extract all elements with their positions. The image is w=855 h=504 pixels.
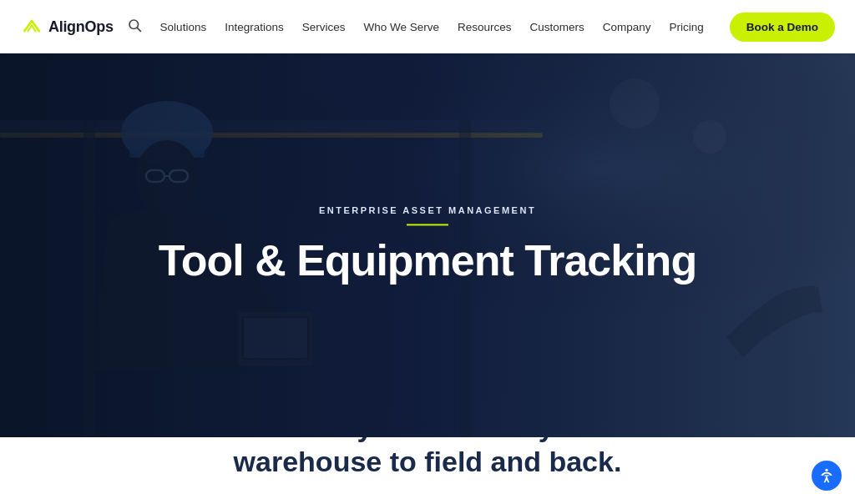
nav-services[interactable]: Services [294, 16, 354, 38]
nav-links: Solutions Integrations Services Who We S… [152, 16, 723, 38]
hero-title: Tool & Equipment Tracking [135, 237, 720, 285]
nav-solutions[interactable]: Solutions [152, 16, 215, 38]
search-icon [127, 18, 142, 33]
nav-who-we-serve[interactable]: Who We Serve [355, 16, 448, 38]
logo[interactable]: AlignOps [20, 15, 114, 38]
logo-icon [20, 15, 43, 38]
nav-resources[interactable]: Resources [449, 16, 520, 38]
nav-customers[interactable]: Customers [522, 16, 593, 38]
book-demo-button[interactable]: Book a Demo [730, 13, 835, 42]
nav-pricing[interactable]: Pricing [661, 16, 712, 38]
hero-section: ENTERPRISE ASSET MANAGEMENT Tool & Equip… [0, 53, 855, 437]
svg-line-1 [137, 28, 140, 31]
hero-eyebrow: ENTERPRISE ASSET MANAGEMENT [135, 205, 720, 215]
hero-content: ENTERPRISE ASSET MANAGEMENT Tool & Equip… [135, 205, 720, 285]
search-button[interactable] [120, 14, 149, 39]
svg-point-19 [825, 469, 827, 471]
hero-eyebrow-line [407, 224, 448, 225]
nav-integrations[interactable]: Integrations [216, 16, 292, 38]
accessibility-button[interactable] [812, 461, 842, 491]
accessibility-icon [818, 467, 835, 484]
navbar: AlignOps Solutions Integrations Services… [0, 0, 855, 53]
logo-text: AlignOps [48, 18, 114, 36]
nav-company[interactable]: Company [594, 16, 660, 38]
